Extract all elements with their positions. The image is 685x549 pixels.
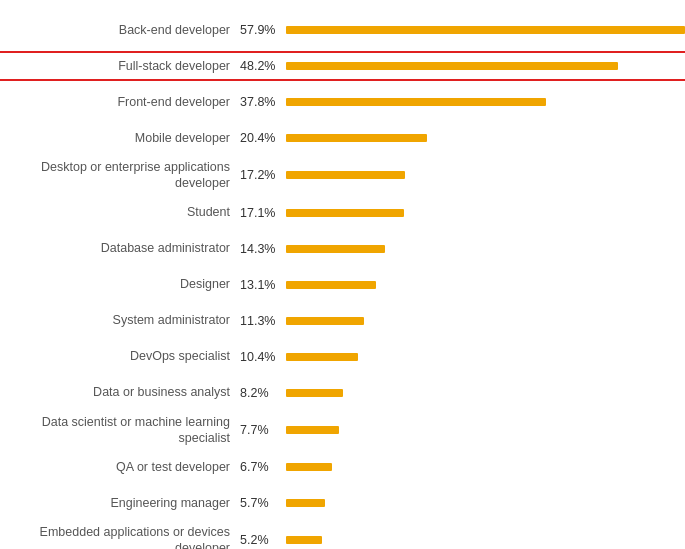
chart-row: Engineering manager5.7% [0, 488, 685, 518]
bar-fill [286, 353, 358, 361]
bar-track [286, 499, 685, 507]
chart-row: Full-stack developer48.2% [0, 51, 685, 81]
bar-label: Data scientist or machine learning speci… [0, 414, 240, 447]
chart-row: Database administrator14.3% [0, 234, 685, 264]
bar-fill [286, 281, 376, 289]
bar-section: 14.3% [240, 242, 685, 256]
bar-track [286, 245, 685, 253]
chart-row: Data scientist or machine learning speci… [0, 414, 685, 447]
bar-label: DevOps specialist [0, 348, 240, 364]
bar-track [286, 98, 685, 106]
chart-row: QA or test developer6.7% [0, 452, 685, 482]
bar-percentage: 20.4% [240, 131, 278, 145]
bar-label: QA or test developer [0, 459, 240, 475]
chart-row: Desktop or enterprise applications devel… [0, 159, 685, 192]
bar-fill [286, 26, 685, 34]
bar-track [286, 209, 685, 217]
bar-percentage: 10.4% [240, 350, 278, 364]
bar-section: 13.1% [240, 278, 685, 292]
bar-percentage: 6.7% [240, 460, 278, 474]
bar-label: Embedded applications or devices develop… [0, 524, 240, 549]
bar-fill [286, 317, 364, 325]
bar-percentage: 14.3% [240, 242, 278, 256]
bar-section: 20.4% [240, 131, 685, 145]
bar-track [286, 463, 685, 471]
bar-section: 8.2% [240, 386, 685, 400]
chart-row: System administrator11.3% [0, 306, 685, 336]
bar-fill [286, 209, 404, 217]
bar-fill [286, 426, 339, 434]
bar-label: Front-end developer [0, 94, 240, 110]
chart-row: Mobile developer20.4% [0, 123, 685, 153]
bar-section: 5.2% [240, 533, 685, 547]
bar-percentage: 5.7% [240, 496, 278, 510]
bar-fill [286, 98, 546, 106]
bar-label: Back-end developer [0, 22, 240, 38]
bar-track [286, 134, 685, 142]
bar-fill [286, 134, 427, 142]
bar-chart: Back-end developer57.9%Full-stack develo… [0, 10, 685, 549]
chart-row: DevOps specialist10.4% [0, 342, 685, 372]
bar-track [286, 389, 685, 397]
bar-section: 10.4% [240, 350, 685, 364]
chart-row: Back-end developer57.9% [0, 15, 685, 45]
bar-percentage: 17.1% [240, 206, 278, 220]
bar-fill [286, 62, 618, 70]
chart-row: Designer13.1% [0, 270, 685, 300]
bar-section: 7.7% [240, 423, 685, 437]
bar-track [286, 426, 685, 434]
bar-percentage: 13.1% [240, 278, 278, 292]
bar-section: 57.9% [240, 23, 685, 37]
bar-label: Data or business analyst [0, 384, 240, 400]
bar-fill [286, 463, 332, 471]
bar-track [286, 171, 685, 179]
bar-track [286, 536, 685, 544]
bar-percentage: 17.2% [240, 168, 278, 182]
chart-row: Student17.1% [0, 198, 685, 228]
bar-track [286, 317, 685, 325]
bar-percentage: 8.2% [240, 386, 278, 400]
bar-fill [286, 499, 325, 507]
chart-row: Embedded applications or devices develop… [0, 524, 685, 549]
bar-label: Full-stack developer [0, 58, 240, 74]
bar-percentage: 37.8% [240, 95, 278, 109]
bar-label: Desktop or enterprise applications devel… [0, 159, 240, 192]
bar-percentage: 11.3% [240, 314, 278, 328]
bar-fill [286, 245, 385, 253]
bar-percentage: 48.2% [240, 59, 278, 73]
bar-track [286, 62, 685, 70]
bar-track [286, 26, 685, 34]
bar-label: Designer [0, 276, 240, 292]
bar-section: 17.2% [240, 168, 685, 182]
bar-section: 48.2% [240, 59, 685, 73]
bar-section: 5.7% [240, 496, 685, 510]
bar-percentage: 5.2% [240, 533, 278, 547]
chart-row: Front-end developer37.8% [0, 87, 685, 117]
bar-track [286, 353, 685, 361]
bar-label: Mobile developer [0, 130, 240, 146]
bar-label: Database administrator [0, 240, 240, 256]
bar-fill [286, 171, 405, 179]
bar-section: 37.8% [240, 95, 685, 109]
bar-fill [286, 536, 322, 544]
bar-label: Student [0, 204, 240, 220]
bar-label: Engineering manager [0, 495, 240, 511]
bar-section: 17.1% [240, 206, 685, 220]
bar-section: 11.3% [240, 314, 685, 328]
bar-percentage: 57.9% [240, 23, 278, 37]
bar-section: 6.7% [240, 460, 685, 474]
bar-label: System administrator [0, 312, 240, 328]
bar-percentage: 7.7% [240, 423, 278, 437]
bar-track [286, 281, 685, 289]
chart-row: Data or business analyst8.2% [0, 378, 685, 408]
bar-fill [286, 389, 343, 397]
